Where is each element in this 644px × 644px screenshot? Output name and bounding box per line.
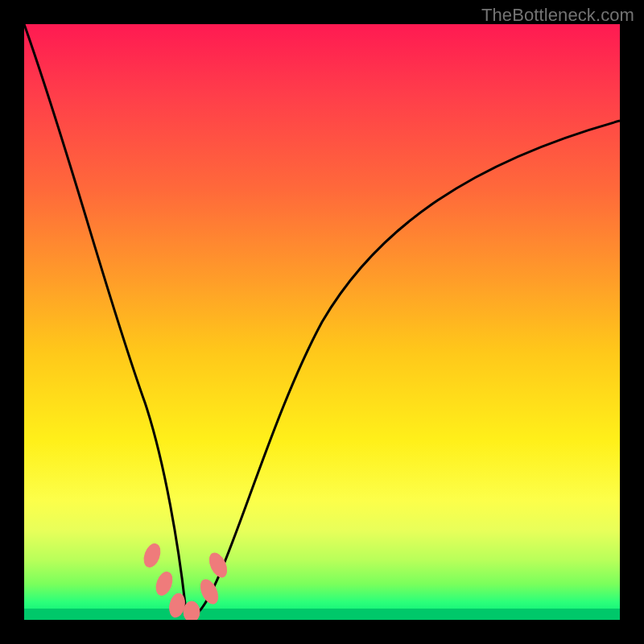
chart-plot-area: [24, 24, 620, 620]
svg-point-1: [153, 570, 175, 597]
watermark-text: TheBottleneck.com: [481, 5, 634, 26]
chart-svg: [24, 24, 620, 620]
svg-point-0: [141, 542, 163, 569]
chart-frame: TheBottleneck.com: [0, 0, 644, 644]
bottleneck-curve: [24, 24, 620, 615]
svg-point-3: [184, 601, 200, 620]
